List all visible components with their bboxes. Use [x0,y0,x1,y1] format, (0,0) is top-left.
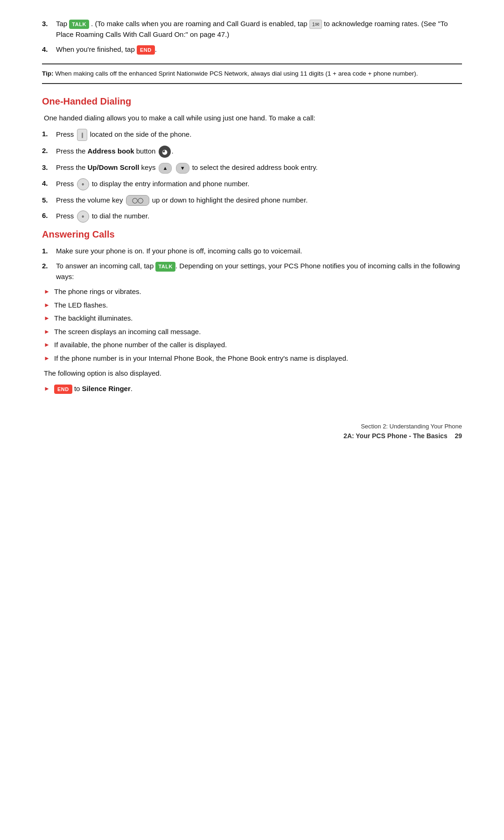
bullet-3-text: The backlight illuminates. [54,313,462,324]
talk-button-icon-2: TALK [155,262,175,272]
step-4: 4. When you're finished, tap END. [42,44,462,55]
bullet-6: ► If the phone number is in your Interna… [44,353,462,364]
bullet-arrow-4: ► [44,327,54,336]
oh-step-2-body: Press the Address book button ◕. [56,146,462,158]
ans-step-1-body: Make sure your phone is on. If your phon… [56,246,462,257]
one-handed-steps: 1. Press located on the side of the phon… [42,129,462,223]
scroll-down-icon: ▼ [176,163,189,174]
silence-ringer-arrow: ► [44,384,54,393]
footer-line2: 2A: Your PCS Phone - The Basics 29 [42,431,462,441]
volume-key-icon: ◯◯ [126,195,149,206]
ans-step-1-num: 1. [42,246,56,257]
oh-step-3-bold: Up/Down Scroll [88,163,140,171]
footer-page: 29 [455,432,462,440]
step-3: 3. Tap TALK . (To make calls when you ar… [42,19,462,40]
step-3-body: Tap TALK . (To make calls when you are r… [56,19,462,40]
oh-step-6-num: 6. [42,210,56,221]
nav-center-icon-1: ⚬ [77,178,89,190]
oh-step-3-body: Press the Up/Down Scroll keys ▲ ▼ to sel… [56,162,462,173]
end-button-silence: END [54,385,72,394]
bullet-4-text: The screen displays an incoming call mes… [54,327,462,337]
tip-label: Tip: [42,70,54,77]
end-button-icon: END [137,45,155,55]
step-4-body: When you're finished, tap END. [56,44,462,55]
following-text: The following option is also displayed. [44,368,462,379]
answering-calls-section: Answering Calls 1. Make sure your phone … [42,227,462,394]
oh-step-1: 1. Press located on the side of the phon… [42,129,462,141]
one-handed-heading: One-Handed Dialing [42,94,462,108]
ans-step-2: 2. To answer an incoming call, tap TALK.… [42,261,462,282]
oh-step-2-num: 2. [42,146,56,156]
bullet-arrow-2: ► [44,301,54,310]
footer-line1: Section 2: Understanding Your Phone [42,422,462,431]
bullet-2-text: The LED flashes. [54,300,462,311]
bullet-arrow-5: ► [44,340,54,350]
bullet-5: ► If available, the phone number of the … [44,340,462,350]
silence-ringer-bold: Silence Ringer [82,385,131,392]
bullet-1-text: The phone rings or vibrates. [54,287,462,297]
side-button-icon [77,129,87,141]
answering-bullets: ► The phone rings or vibrates. ► The LED… [44,287,462,364]
page-footer: Section 2: Understanding Your Phone 2A: … [42,422,462,441]
silence-ringer-item: ► END to Silence Ringer. [44,384,462,394]
bullet-5-text: If available, the phone number of the ca… [54,340,462,350]
bullet-2: ► The LED flashes. [44,300,462,311]
one-handed-section: One-Handed Dialing One handed dialing al… [42,94,462,223]
oh-step-3: 3. Press the Up/Down Scroll keys ▲ ▼ to … [42,162,462,173]
ans-step-2-body: To answer an incoming call, tap TALK. De… [56,261,462,282]
talk-button-icon: TALK [69,20,89,29]
oh-step-6-body: Press ⚬ to dial the number. [56,210,462,223]
one-handed-intro: One handed dialing allows you to make a … [44,113,462,124]
bullet-arrow-6: ► [44,354,54,363]
roam-button-icon: 1✉ [309,20,322,29]
step-4-num: 4. [42,44,56,55]
oh-step-4-num: 4. [42,178,56,189]
silence-ringer-body: END to Silence Ringer. [54,384,462,394]
tip-box: Tip: When making calls off the enhanced … [42,63,462,84]
top-steps: 3. Tap TALK . (To make calls when you ar… [42,19,462,55]
oh-step-6: 6. Press ⚬ to dial the number. [42,210,462,223]
oh-step-5-num: 5. [42,195,56,206]
tip-text: When making calls off the enhanced Sprin… [55,70,418,77]
bullet-4: ► The screen displays an incoming call m… [44,327,462,337]
step-3-num: 3. [42,19,56,29]
address-book-icon: ◕ [159,146,171,158]
bullet-3: ► The backlight illuminates. [44,313,462,324]
oh-step-1-num: 1. [42,129,56,140]
answering-steps: 1. Make sure your phone is on. If your p… [42,246,462,282]
oh-step-2: 2. Press the Address book button ◕. [42,146,462,158]
oh-step-5-body: Press the volume key ◯◯ up or down to hi… [56,195,462,206]
footer-bold: 2A: Your PCS Phone - The Basics [343,432,448,440]
scroll-up-icon: ▲ [159,163,172,174]
oh-step-3-num: 3. [42,162,56,173]
bullet-arrow-3: ► [44,314,54,323]
nav-center-icon-2: ⚬ [77,210,89,223]
oh-step-4-body: Press ⚬ to display the entry information… [56,178,462,190]
bullet-6-text: If the phone number is in your Internal … [54,353,462,364]
oh-step-1-body: Press located on the side of the phone. [56,129,462,141]
bullet-1: ► The phone rings or vibrates. [44,287,462,297]
ans-step-1: 1. Make sure your phone is on. If your p… [42,246,462,257]
bullet-arrow-1: ► [44,287,54,296]
oh-step-4: 4. Press ⚬ to display the entry informat… [42,178,462,190]
oh-step-5: 5. Press the volume key ◯◯ up or down to… [42,195,462,206]
answering-calls-heading: Answering Calls [42,227,462,241]
ans-step-2-num: 2. [42,261,56,272]
oh-step-2-bold: Address book [88,147,134,155]
